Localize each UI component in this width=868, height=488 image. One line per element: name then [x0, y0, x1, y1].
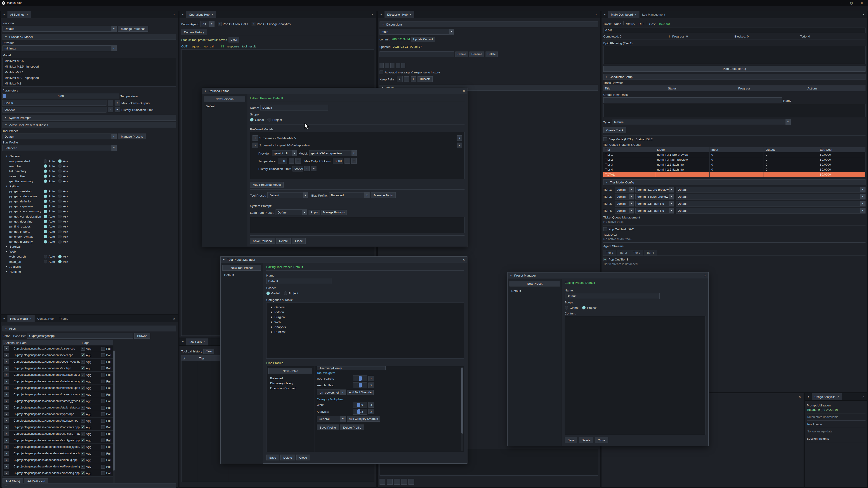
manage-presets-button[interactable]: Manage Presets — [118, 133, 146, 139]
profile-name-input[interactable]: Discovery-Heavy — [317, 366, 385, 370]
tool-preset-manager-titlebar[interactable]: ▼ Tool Preset Manager ✕ — [221, 257, 467, 263]
tool-auto-radio[interactable] — [43, 199, 47, 203]
agg-checkbox[interactable]: ✔ — [81, 406, 85, 410]
pe-max-out-increment[interactable]: + — [351, 158, 357, 164]
max-tokens-increment-button[interactable]: + — [115, 100, 120, 105]
delete-discussion-button[interactable]: Delete — [486, 52, 498, 57]
full-checkbox[interactable]: ✔ — [101, 393, 105, 396]
category-item[interactable]: ▶Web — [268, 320, 463, 324]
entry-action-button[interactable] — [401, 63, 405, 68]
tool-weight-slider[interactable]: 4 — [353, 382, 367, 388]
tab-files-media[interactable]: Files & Media✕ — [7, 315, 35, 322]
slider-handle[interactable] — [358, 402, 360, 407]
tool-ask-radio[interactable] — [58, 210, 62, 213]
tab-close-icon[interactable]: ✕ — [30, 317, 32, 320]
panel-close-icon[interactable]: ✕ — [170, 315, 178, 322]
tool-ask-radio[interactable] — [58, 260, 62, 263]
new-profile-button[interactable]: New Profile — [268, 368, 312, 374]
tab-discussion-hub[interactable]: Discussion Hub✕ — [384, 11, 414, 18]
add-tool-override-button[interactable]: Add Tool Override — [347, 390, 374, 395]
remove-model-1-button[interactable]: x — [457, 135, 462, 141]
tool-auto-radio[interactable] — [43, 240, 47, 243]
keep-pairs-decrement-button[interactable]: - — [404, 76, 409, 82]
slider-handle[interactable] — [359, 383, 362, 387]
delete-persona-button[interactable]: Delete — [276, 238, 291, 244]
agg-checkbox[interactable]: ✔ — [81, 366, 85, 370]
epic-planning-textarea[interactable] — [603, 46, 866, 64]
tool-auto-radio[interactable] — [43, 164, 47, 168]
provider-select[interactable]: minimax▼ — [2, 45, 117, 51]
create-track-button[interactable]: Create Track — [603, 127, 626, 133]
delete-profile-button[interactable]: Delete Profile — [340, 424, 364, 430]
tool-auto-radio[interactable] — [43, 255, 47, 258]
new-preset-button[interactable]: New Preset — [509, 281, 560, 287]
create-discussion-button[interactable]: Create — [456, 52, 468, 57]
bias-profile-item[interactable]: Balanced — [268, 376, 312, 381]
entry-action-button[interactable] — [391, 63, 395, 68]
full-checkbox[interactable]: ✔ — [101, 445, 105, 449]
system-prompts-section-header[interactable]: ▶ System Prompts — [2, 115, 176, 121]
tool-ask-radio[interactable] — [58, 199, 62, 203]
save-preset-button[interactable]: Save — [565, 437, 577, 443]
full-checkbox[interactable]: ✔ — [101, 366, 105, 370]
panel-close-icon[interactable]: ✕ — [860, 393, 867, 400]
tier-provider-select[interactable]: gemini▼ — [615, 194, 634, 199]
track-name-input[interactable] — [603, 97, 782, 103]
tool-group-header[interactable]: ▼ Runtime — [2, 269, 176, 274]
slider-handle[interactable] — [358, 410, 360, 414]
pe-bias-select[interactable]: Balanced▼ — [329, 192, 370, 198]
stream-tier-tab[interactable]: Tier 4 — [644, 250, 657, 256]
tool-ask-radio[interactable] — [58, 159, 62, 163]
panel-close-icon[interactable]: ✕ — [796, 393, 804, 400]
step-mode-checkbox[interactable]: ✔ — [603, 137, 607, 141]
add-preferred-model-button[interactable]: Add Preferred Model — [250, 182, 284, 188]
tab-close-icon[interactable]: ✕ — [204, 340, 206, 344]
tool-group-header[interactable]: ▼ Python — [2, 184, 176, 189]
temperature-slider[interactable]: 0.00 — [2, 93, 119, 99]
tool-ask-radio[interactable] — [58, 164, 62, 168]
history-limit-increment-button[interactable]: + — [115, 107, 120, 112]
remove-file-button[interactable]: x — [4, 392, 9, 397]
tpm-scope-project-radio[interactable] — [284, 291, 287, 295]
composer-action-button[interactable] — [401, 479, 407, 485]
files-scrollbar[interactable] — [113, 350, 115, 487]
dock-collapse-icon[interactable]: ▼ — [805, 393, 812, 400]
panel-close-icon[interactable]: ✕ — [860, 11, 867, 18]
tool-auto-radio[interactable] — [43, 180, 47, 183]
tool-ask-radio[interactable] — [58, 205, 62, 208]
tab-tool-calls[interactable]: Tool Calls✕ — [186, 338, 209, 346]
menu-item[interactable] — [3, 6, 8, 10]
agg-checkbox[interactable]: ✔ — [81, 465, 85, 468]
history-limit-decrement-button[interactable]: - — [108, 107, 113, 112]
dock-collapse-icon[interactable]: ▼ — [180, 338, 186, 346]
composer-action-button[interactable] — [379, 479, 385, 485]
menu-item[interactable] — [8, 6, 13, 10]
collapsed-section-partial[interactable]: ▼ — [2, 483, 176, 488]
move-model-up-button[interactable]: + — [252, 135, 258, 141]
pe-hist-input[interactable]: 900000 — [292, 166, 303, 171]
pe-temp-decrement[interactable]: - — [289, 158, 294, 164]
category-override-select[interactable]: General▼ — [317, 416, 346, 422]
tool-group-header[interactable]: ▼ Web — [2, 249, 176, 254]
tool-ask-radio[interactable] — [58, 169, 62, 173]
tier-preset-select[interactable]: Default▼ — [676, 194, 866, 199]
full-checkbox[interactable]: ✔ — [101, 347, 105, 351]
tier-provider-select[interactable]: gemini▼ — [615, 201, 634, 206]
remove-weight-button[interactable]: x — [368, 376, 374, 381]
composer-action-button[interactable] — [408, 479, 414, 485]
stream-tier-tab[interactable]: Tier 1 — [603, 250, 616, 256]
tab-theme[interactable]: Theme — [56, 315, 71, 322]
category-item[interactable]: ▶Python — [268, 310, 463, 315]
bias-box-scrollbar[interactable] — [461, 367, 463, 451]
dialog-close-icon[interactable]: ✕ — [704, 274, 706, 277]
pm-scope-project-radio[interactable] — [582, 306, 586, 310]
tool-auto-radio[interactable] — [43, 220, 47, 223]
full-checkbox[interactable]: ✔ — [101, 360, 105, 364]
agg-checkbox[interactable]: ✔ — [81, 419, 85, 423]
tool-auto-radio[interactable] — [43, 205, 47, 208]
remove-file-button[interactable]: x — [4, 379, 9, 384]
load-preset-select[interactable]: Default▼ — [276, 209, 307, 215]
tab-context-hub[interactable]: Context Hub — [35, 315, 56, 322]
full-checkbox[interactable]: ✔ — [101, 380, 105, 383]
scope-global-radio[interactable] — [250, 118, 254, 122]
